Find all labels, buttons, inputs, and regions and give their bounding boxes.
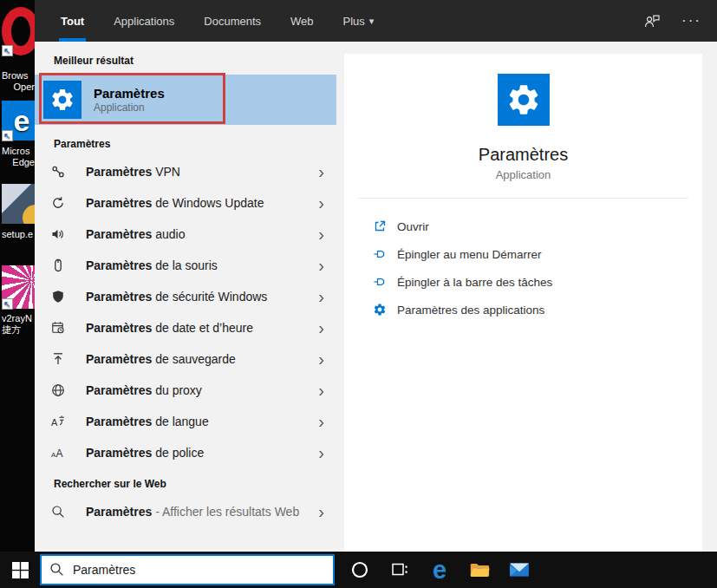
desktop-icon-label: Oper [2,82,35,93]
web-search-header: Rechercher sur le Web [35,475,336,493]
account-icon[interactable] [644,14,661,29]
refresh-icon [50,196,65,211]
desktop-strip: ↖ Brows Oper e ↖ Micros Edge setup.e ↖ v… [0,0,35,552]
shortcut-arrow-icon: ↖ [2,130,13,141]
best-match-result[interactable]: Paramètres Application [35,75,336,125]
tab-web[interactable]: Web [289,0,316,42]
preview-title: Paramètres [479,145,568,165]
search-icon [49,562,64,577]
desktop-icon-label: 捷方 [2,324,35,336]
task-view-icon [390,560,409,579]
taskbar-search-box [40,554,335,585]
svg-text:A: A [55,448,62,460]
chevron-right-icon: › [318,383,324,397]
divider [358,198,688,199]
open-icon [372,219,387,234]
mail-button[interactable] [499,552,539,588]
result-securite[interactable]: Paramètres de sécurité Windows › [35,281,336,312]
result-vpn[interactable]: Paramètres VPN › [35,156,336,187]
search-flyout: Tout Applications Documents Web Plus ▾ ·… [35,0,717,552]
setup-exe-icon [2,184,35,224]
pin-to-taskbar-action[interactable]: Épingler à la barre des tâches [344,268,702,296]
desktop-icon-label: Micros [2,146,35,157]
app-settings-action[interactable]: Paramètres des applications [344,296,702,323]
more-options-icon[interactable]: ··· [681,16,701,25]
result-audio[interactable]: Paramètres audio › [35,219,336,250]
best-match-subtitle: Application [94,101,165,114]
result-date-heure[interactable]: Paramètres de date et d’heure › [35,312,336,343]
settings-results-list: Paramètres VPN › Paramètres de Windows U… [35,156,336,468]
chevron-right-icon: › [318,446,324,460]
search-results-area: Meilleur résultat Paramètres Application… [35,42,717,552]
chevron-right-icon: › [318,290,324,304]
tab-documents[interactable]: Documents [202,0,263,42]
task-view-button[interactable] [380,552,420,588]
results-column: Meilleur résultat Paramètres Application… [35,42,336,552]
shield-icon [50,290,65,304]
settings-gear-icon [43,81,81,119]
desktop-icon-label: setup.e [2,229,35,240]
desktop-icon-label: Brows [2,70,35,82]
tab-applications[interactable]: Applications [112,0,176,42]
preview-subtitle: Application [496,168,551,181]
chevron-right-icon: › [318,415,324,428]
calendar-clock-icon [50,321,65,336]
best-match-header: Meilleur résultat [35,52,336,69]
chevron-right-icon: › [318,352,324,366]
tab-plus[interactable]: Plus ▾ [342,0,376,42]
desktop-icon-v2rayn[interactable]: ↖ v2rayN 捷方 [2,265,35,336]
pin-icon [372,247,387,262]
result-souris[interactable]: Paramètres de la souris › [35,250,336,281]
edge-button[interactable]: e [420,552,460,588]
chevron-right-icon: › [318,196,324,210]
preview-panel: Paramètres Application Ouvrir Épin [344,54,702,552]
result-windows-update[interactable]: Paramètres de Windows Update › [35,187,336,219]
result-police[interactable]: AA Paramètres de police › [35,437,336,468]
file-explorer-button[interactable] [460,552,499,588]
preview-actions: Ouvrir Épingler au menu Démarrer Épingle… [344,212,702,323]
shortcut-arrow-icon: ↖ [2,298,13,310]
windows-search-screen: ↖ Brows Oper e ↖ Micros Edge setup.e ↖ v… [0,0,717,588]
mouse-icon [50,258,65,273]
search-icon [50,505,65,519]
desktop-icon-label: Edge [2,157,35,168]
settings-gear-icon [498,74,550,126]
windows-logo-icon [12,562,29,578]
best-match-title: Paramètres [94,85,165,101]
desktop-icon-label: v2rayN [2,313,35,324]
language-icon: A [50,415,65,429]
taskbar-search-input[interactable] [40,554,335,585]
open-action[interactable]: Ouvrir [344,212,702,240]
shortcut-arrow-icon: ↖ [2,45,13,56]
chevron-right-icon: › [318,505,324,519]
taskbar: e [0,552,717,588]
result-sauvegarde[interactable]: Paramètres de sauvegarde › [35,343,336,375]
result-web-search[interactable]: Paramètres - Afficher les résultats Web … [35,496,336,527]
desktop-icon-setup[interactable]: setup.e [2,184,35,240]
vpn-icon [50,165,65,180]
chevron-down-icon: ▾ [369,16,375,27]
speaker-icon [50,227,65,242]
result-proxy[interactable]: Paramètres du proxy › [35,375,336,406]
pin-to-start-action[interactable]: Épingler au menu Démarrer [344,240,702,268]
svg-text:A: A [51,417,58,428]
settings-section-header: Paramètres [35,135,336,153]
globe-icon [50,383,65,398]
result-langue[interactable]: A Paramètres de langue › [35,406,336,437]
edge-icon: e [433,558,446,582]
start-button[interactable] [0,552,40,588]
folder-icon [468,559,491,581]
chevron-right-icon: › [318,227,324,241]
chevron-right-icon: › [318,321,324,335]
desktop-icon-edge[interactable]: e ↖ Micros Edge [2,101,35,168]
search-filter-bar: Tout Applications Documents Web Plus ▾ ·… [35,0,717,42]
backup-upload-icon [50,352,65,367]
chevron-right-icon: › [318,165,324,179]
cortana-button[interactable] [340,552,380,588]
cortana-icon [350,560,369,579]
pin-icon [372,275,387,290]
gear-icon [372,303,387,317]
desktop-icon-opera[interactable]: ↖ Brows Oper [2,7,35,93]
fonts-icon: AA [50,446,65,461]
tab-tout[interactable]: Tout [59,0,86,42]
